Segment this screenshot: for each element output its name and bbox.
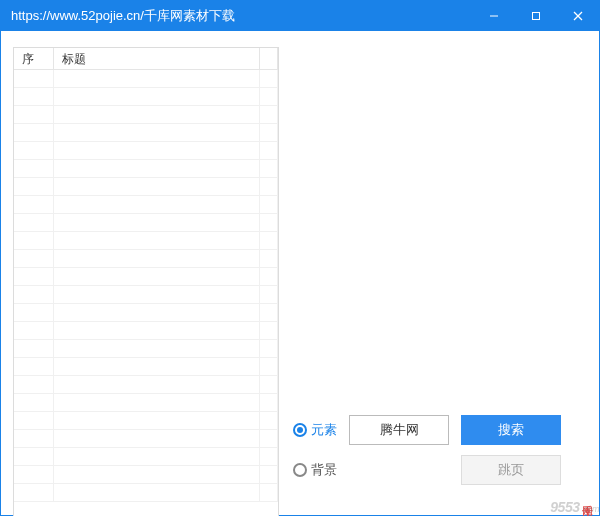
corner-watermark-sub: .com [581,504,599,514]
app-window: https://www.52pojie.cn/千库网素材下载 序 标题 [0,0,600,516]
table-row[interactable] [14,304,278,322]
radio-yuansu-label: 元素 [311,421,337,439]
tengniu-button-label: 腾牛网 [380,421,419,439]
table-row[interactable] [14,70,278,88]
radio-beijing-label: 背景 [311,461,337,479]
window-title: https://www.52pojie.cn/千库网素材下载 [11,7,235,25]
search-button-label: 搜索 [498,421,524,439]
window-controls [473,1,599,31]
table-row[interactable] [14,88,278,106]
radio-icon-unchecked [293,463,307,477]
table-row[interactable] [14,358,278,376]
titlebar: https://www.52pojie.cn/千库网素材下载 [1,1,599,31]
radio-beijing[interactable]: 背景 [293,461,337,479]
table-row[interactable] [14,286,278,304]
table-row[interactable] [14,430,278,448]
table-row[interactable] [14,322,278,340]
minimize-icon [489,11,499,21]
table-row[interactable] [14,250,278,268]
control-row-1: 元素 腾牛网 搜索 [293,415,583,445]
results-list[interactable]: 序 标题 [13,47,279,516]
svg-rect-1 [533,13,540,20]
table-row[interactable] [14,412,278,430]
table-row[interactable] [14,196,278,214]
list-header: 序 标题 [14,48,278,70]
table-row[interactable] [14,142,278,160]
column-header-title[interactable]: 标题 [54,48,260,69]
jumppage-button[interactable]: 跳页 [461,455,561,485]
table-row[interactable] [14,178,278,196]
tengniu-button[interactable]: 腾牛网 [349,415,449,445]
table-row[interactable] [14,376,278,394]
corner-watermark: 9553.com [550,499,599,515]
list-rows [14,70,278,516]
column-header-end[interactable] [260,48,278,69]
client-area: 序 标题 元素 腾牛网 搜索 [1,31,599,515]
table-row[interactable] [14,232,278,250]
table-row[interactable] [14,394,278,412]
corner-watermark-main: 9553 [550,499,579,515]
table-row[interactable] [14,106,278,124]
search-button[interactable]: 搜索 [461,415,561,445]
table-row[interactable] [14,214,278,232]
table-row[interactable] [14,448,278,466]
table-row[interactable] [14,268,278,286]
table-row[interactable] [14,340,278,358]
jumppage-button-label: 跳页 [498,461,524,479]
column-header-seq[interactable]: 序 [14,48,54,69]
control-row-2: 背景 跳页 [293,455,583,485]
table-row[interactable] [14,160,278,178]
close-icon [573,11,583,21]
table-row[interactable] [14,466,278,484]
table-row[interactable] [14,124,278,142]
table-row[interactable] [14,484,278,502]
radio-yuansu[interactable]: 元素 [293,421,337,439]
maximize-button[interactable] [515,1,557,31]
maximize-icon [531,11,541,21]
controls-area: 元素 腾牛网 搜索 背景 跳页 [293,415,583,495]
radio-icon-checked [293,423,307,437]
close-button[interactable] [557,1,599,31]
minimize-button[interactable] [473,1,515,31]
